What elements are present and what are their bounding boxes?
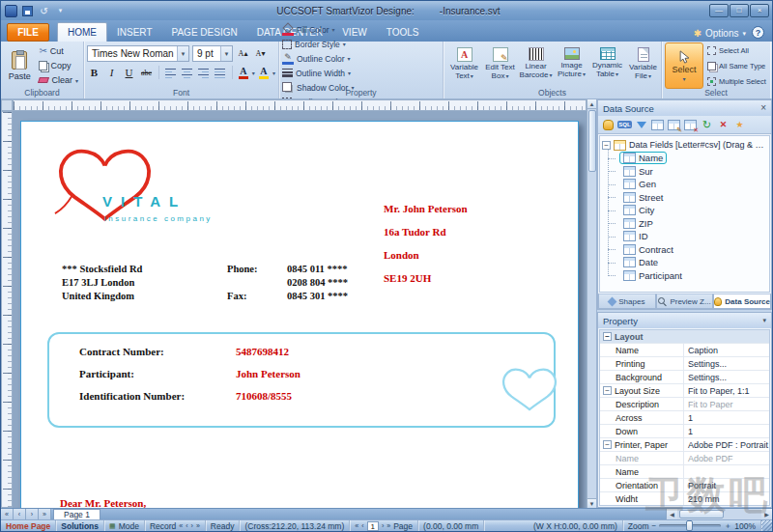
document-page[interactable]: VITAL insurance company Mr. John Peterso… (20, 121, 579, 508)
last-page-icon[interactable]: » (386, 522, 390, 529)
multiple-select-button[interactable]: Multiple Select (707, 74, 766, 88)
logo-heart-icon[interactable] (54, 145, 156, 224)
database-icon[interactable] (601, 118, 616, 131)
font-color-button[interactable]: A (238, 66, 249, 79)
page-number-box[interactable]: 1 (367, 521, 379, 531)
clear-button[interactable]: Clear▾ (37, 73, 80, 87)
sql-icon[interactable]: SQL (617, 118, 632, 131)
zoom-in-icon[interactable]: ＋ (724, 520, 731, 531)
italic-button[interactable]: I (104, 65, 119, 80)
property-group-row[interactable]: −Layout SizeFit to Paper, 1:1 (600, 384, 769, 398)
refresh-icon[interactable]: ↻ (700, 118, 714, 131)
image-picture-button[interactable]: Image Picture▾ (554, 43, 589, 88)
strikethrough-button[interactable]: abc (139, 65, 154, 80)
table-icon[interactable] (650, 118, 665, 131)
property-row[interactable]: OrientationPortrait (600, 479, 769, 492)
field-value[interactable]: John Peterson (236, 368, 301, 379)
property-row[interactable]: Across1 (600, 411, 769, 425)
horizontal-scrollbar[interactable]: ◀ ▶ (666, 509, 772, 519)
align-right-button[interactable] (197, 66, 211, 80)
property-row[interactable]: BackgroundSettings... (600, 371, 769, 384)
shrink-font-button[interactable]: A▾ (253, 46, 268, 62)
home-page-button[interactable]: Home Page (1, 520, 56, 531)
field-item-sur[interactable]: Sur (616, 165, 767, 179)
delete-icon[interactable]: ✕ (716, 118, 730, 131)
sender-address-block[interactable]: *** Stocksfield Rd E17 3LJ London United… (62, 263, 142, 303)
previous-page-button[interactable]: ‹ (14, 509, 26, 519)
field-value[interactable]: 5487698412 (236, 346, 289, 357)
property-row[interactable]: Down1 (600, 425, 769, 438)
field-item-name[interactable]: Name (616, 152, 767, 165)
minimize-button[interactable]: — (709, 4, 729, 17)
collapse-icon[interactable]: − (602, 141, 611, 150)
bold-button[interactable]: B (87, 65, 101, 80)
mode-button[interactable]: ▦Mode (104, 520, 145, 531)
solutions-button[interactable]: Solutions (56, 520, 104, 531)
chevron-down-icon[interactable]: ▾ (762, 317, 766, 324)
align-justify-button[interactable] (214, 66, 227, 80)
field-item-city[interactable]: City (616, 204, 767, 217)
tab-home[interactable]: HOME (57, 22, 107, 42)
font-size-combobox[interactable]: 9 pt▼ (192, 45, 233, 62)
scroll-right-icon[interactable]: ▶ (761, 509, 772, 519)
select-button[interactable]: Select ▾ (665, 42, 703, 89)
record-next-icon[interactable]: › (191, 522, 193, 529)
filter-icon[interactable] (634, 118, 648, 131)
tab-insert[interactable]: INSERT (107, 22, 162, 42)
logo-company-name[interactable]: VITAL (102, 193, 186, 210)
tab-file[interactable]: FILE (7, 23, 49, 42)
scrollbar-thumb[interactable] (588, 110, 596, 172)
property-row[interactable]: NameAdobe PDF (600, 452, 769, 465)
save-icon[interactable] (20, 4, 35, 17)
tab-preview-zoom[interactable]: Preview Z... (656, 294, 714, 309)
property-section-layout[interactable]: −Layout (600, 330, 769, 344)
phone-block[interactable]: Phone:0845 011 **** 0208 804 **** Fax:08… (227, 263, 348, 303)
highlight-color-button[interactable]: A (258, 66, 270, 79)
zoom-out-icon[interactable]: − (652, 521, 657, 530)
maximize-button[interactable]: □ (730, 4, 749, 17)
field-item-gen[interactable]: Gen (616, 178, 767, 191)
favorites-icon[interactable]: ★ (732, 118, 747, 131)
outline-color-button[interactable]: ✎Outline Color▾ (282, 51, 359, 66)
undo-icon[interactable]: ↺ (37, 4, 51, 17)
outline-width-button[interactable]: Outline Width▾ (282, 66, 359, 80)
grow-font-button[interactable]: A▴ (236, 46, 250, 62)
vertical-scrollbar[interactable]: ▲ ▼ (587, 99, 596, 508)
tree-root[interactable]: − Data Fields [Letter#csv] (Drag & Drop) (602, 138, 767, 152)
letter-salutation[interactable]: Dear Mr. Peterson, (60, 497, 146, 508)
field-item-date[interactable]: Date (616, 256, 767, 269)
dynamic-table-button[interactable]: Dynamic Table▾ (589, 43, 625, 88)
underline-button[interactable]: U (122, 65, 136, 80)
field-item-id[interactable]: ID (616, 230, 767, 243)
contract-info-box[interactable]: Contract Number:5487698412 Participant:J… (47, 332, 556, 428)
page-tab[interactable]: Page 1 (53, 509, 100, 519)
record-first-icon[interactable]: « (179, 522, 183, 529)
all-same-type-button[interactable]: All Same Type (707, 59, 766, 72)
prev-page-icon[interactable]: ‹ (361, 522, 363, 529)
tab-shapes[interactable]: Shapes (598, 294, 656, 309)
zoom-slider[interactable] (659, 524, 721, 527)
scroll-up-icon[interactable]: ▲ (587, 99, 597, 109)
field-item-street[interactable]: Street (616, 191, 767, 205)
scrollbar-thumb[interactable] (679, 510, 724, 518)
help-button[interactable]: ? (752, 26, 764, 39)
record-prev-icon[interactable]: ‹ (186, 522, 187, 529)
field-value[interactable]: 710608/8555 (236, 390, 292, 402)
variable-file-button[interactable]: Variable File▾ (625, 43, 661, 88)
paste-button[interactable]: Paste (4, 43, 35, 88)
record-last-icon[interactable]: » (196, 522, 200, 529)
close-button[interactable]: × (750, 4, 769, 17)
zoom-slider-thumb[interactable] (686, 520, 693, 531)
next-page-icon[interactable]: › (382, 522, 384, 529)
close-icon[interactable]: × (760, 103, 766, 113)
options-menu[interactable]: ✱ Options ▾ (694, 28, 746, 39)
record-controls[interactable]: Record«‹›» (145, 520, 206, 531)
select-all-button[interactable]: Select All (707, 43, 766, 57)
resize-grip[interactable] (761, 520, 772, 531)
tab-page-design[interactable]: PAGE DESIGN (162, 22, 247, 42)
design-canvas[interactable]: VITAL insurance company Mr. John Peterso… (1, 99, 596, 508)
edit-text-box-button[interactable]: Edit Text Box▾ (482, 43, 518, 88)
field-item-zip[interactable]: ZIP (616, 217, 767, 231)
recipient-address-block[interactable]: Mr. John Peterson 16a Tudor Rd London SE… (384, 197, 468, 290)
variable-text-button[interactable]: AVariable Text▾ (446, 43, 482, 88)
